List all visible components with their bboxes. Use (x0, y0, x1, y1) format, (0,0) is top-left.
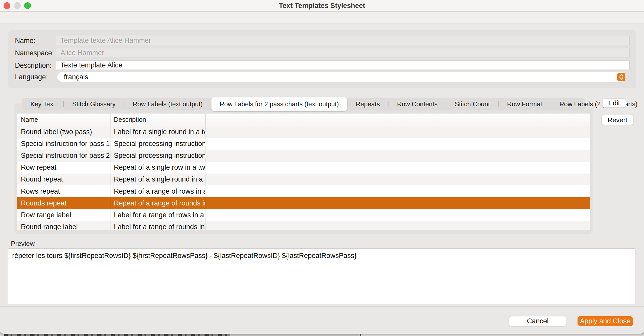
tab-stitch-count[interactable]: Stitch Count (446, 98, 498, 110)
column-header-name[interactable]: Name (17, 114, 111, 126)
toolbar-strip (0, 12, 644, 23)
cell-name: Round range label (17, 221, 111, 230)
language-select[interactable]: français (57, 72, 626, 82)
tab-row-labels-2-pass-charts[interactable]: Row Labels (2 pass charts) (551, 98, 644, 110)
close-window-button[interactable] (4, 2, 10, 9)
cell-name: Special instruction for pass 1 lab (17, 138, 111, 150)
cell-name: Special instruction for pass 2 lab (17, 150, 111, 161)
cell-name: Round repeat (17, 174, 111, 185)
apply-and-close-button[interactable]: Apply and Close (578, 316, 633, 326)
template-info-group: Name: Template texte Alice Hammer Namesp… (8, 30, 636, 88)
cell-filler (206, 221, 590, 230)
cell-name: Row range label (17, 209, 111, 221)
preview-text-area[interactable]: répéter les tours ${firstRepeatRowsID} $… (8, 248, 636, 304)
preview-label: Preview (11, 240, 35, 248)
text-templates-stylesheet-dialog: Text Templates Stylesheet Name: Template… (0, 0, 644, 334)
table-row[interactable]: Special instruction for pass 1 lab Speci… (17, 138, 590, 150)
cell-filler (206, 174, 590, 185)
template-category-tabbar: Key Text Stitch Glossary Row Labels (tex… (22, 98, 585, 110)
cell-description: Repeat of a single round in a two (111, 174, 206, 185)
up-down-chevrons-icon (618, 74, 624, 80)
cell-filler (206, 209, 590, 221)
column-header-empty (206, 114, 590, 126)
cell-description: Label for a single round in a two (111, 126, 206, 138)
column-header-description[interactable]: Description (111, 114, 206, 126)
cell-filler (206, 138, 590, 150)
cell-filler (206, 150, 590, 161)
table-body: Round label (two pass) Label for a singl… (17, 126, 590, 230)
language-label: Language: (15, 73, 48, 81)
footer-separator (0, 306, 644, 307)
table-header-row: Name Description (17, 114, 590, 126)
tab-repeats[interactable]: Repeats (347, 98, 388, 110)
description-field[interactable]: Texte template Alice (56, 61, 630, 70)
name-label: Name: (15, 37, 36, 45)
table-row[interactable]: Round repeat Repeat of a single round in… (17, 174, 590, 185)
cancel-button[interactable]: Cancel (509, 316, 567, 326)
namespace-field: Alice Hammer (56, 48, 630, 57)
cell-name: Rounds repeat (17, 197, 111, 209)
cell-filler (206, 185, 590, 197)
minimize-window-button[interactable] (14, 2, 21, 9)
cell-description: Special processing instruction to (111, 150, 206, 161)
table-row[interactable]: Round range label Label for a range of r… (17, 221, 590, 230)
cell-description: Repeat of a single row in a two p (111, 162, 206, 174)
language-selected-value: français (64, 73, 88, 81)
cell-filler (206, 197, 590, 209)
title-bar: Text Templates Stylesheet (0, 0, 644, 12)
tab-row-contents[interactable]: Row Contents (388, 98, 446, 110)
cell-filler (206, 162, 590, 174)
name-field: Template texte Alice Hammer (56, 36, 630, 45)
cell-description: Label for a range of rounds in a t (111, 221, 206, 230)
cell-name: Row repeat (17, 162, 111, 174)
table-row[interactable]: Special instruction for pass 2 lab Speci… (17, 150, 590, 161)
namespace-label: Namespace: (15, 49, 54, 57)
table-row[interactable]: Rows repeat Repeat of a range of rows in… (17, 185, 590, 197)
language-stepper-button[interactable] (617, 73, 625, 81)
description-label: Description: (15, 62, 52, 70)
zoom-window-button[interactable] (24, 2, 31, 9)
tab-key-text[interactable]: Key Text (22, 98, 63, 110)
cell-filler (206, 126, 590, 138)
window-title: Text Templates Stylesheet (0, 0, 644, 12)
table-row[interactable]: Row range label Label for a range of row… (17, 209, 590, 221)
tab-row-labels-2-pass-charts-text-output[interactable]: Row Labels for 2 pass charts (text outpu… (211, 97, 348, 111)
cell-name: Round label (two pass) (17, 126, 111, 138)
cell-description: Repeat of a range of rows in a tw (111, 185, 206, 197)
templates-table: Name Description Round label (two pass) … (17, 114, 590, 230)
tab-stitch-glossary[interactable]: Stitch Glossary (64, 98, 124, 110)
tab-row-labels-text-output[interactable]: Row Labels (text output) (124, 98, 211, 110)
edit-button[interactable]: Edit (602, 98, 626, 108)
table-row-selected[interactable]: Rounds repeat Repeat of a range of round… (17, 197, 590, 209)
tab-row-format[interactable]: Row Format (499, 98, 551, 110)
cell-description: Repeat of a range of rounds in a (111, 197, 206, 209)
revert-button[interactable]: Revert (601, 115, 633, 125)
cell-description: Special processing instruction to (111, 138, 206, 150)
table-row[interactable]: Round label (two pass) Label for a singl… (17, 126, 590, 138)
table-row[interactable]: Row repeat Repeat of a single row in a t… (17, 162, 590, 174)
cell-name: Rows repeat (17, 185, 111, 197)
cell-description: Label for a range of rows in a two (111, 209, 206, 221)
